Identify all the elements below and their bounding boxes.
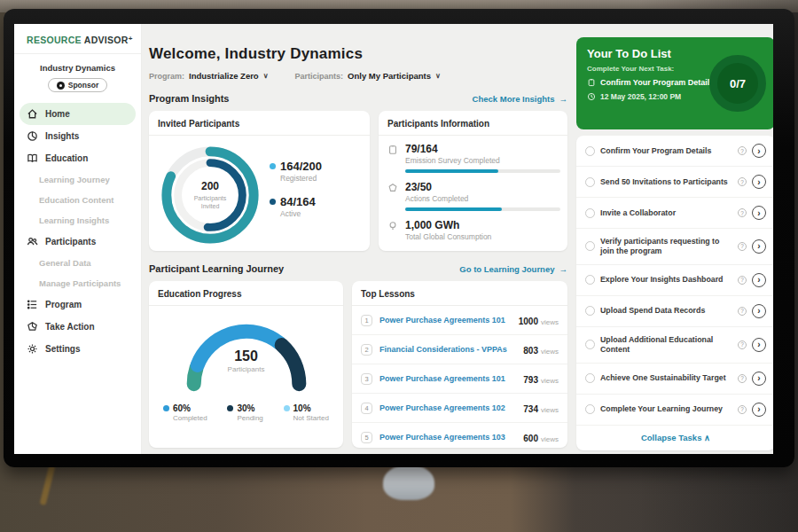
chevron-right-icon[interactable]: › — [752, 338, 766, 352]
link-label: Go to Learning Journey — [459, 264, 554, 274]
sidebar-item-label: Participants — [45, 237, 96, 246]
task-row: Upload Additional Educational Content ? … — [576, 327, 773, 364]
question-icon[interactable]: ? — [738, 307, 747, 316]
sidebar-item-education-content[interactable]: Education Content — [14, 190, 141, 210]
question-icon[interactable]: ? — [738, 276, 747, 285]
sponsor-badge[interactable]: Sponsor — [48, 78, 107, 92]
sidebar-item-home[interactable]: Home — [20, 103, 136, 125]
legend-label: Registered — [280, 174, 322, 183]
section-title-learning-journey: Participant Learning Journey — [149, 263, 284, 274]
task-checkbox[interactable] — [585, 241, 595, 251]
sidebar-item-education[interactable]: Education — [14, 147, 141, 169]
invited-donut-chart: 200 Participants Invited — [158, 143, 262, 247]
todo-column: Your To Do List Complete Your Next Task:… — [576, 24, 773, 454]
gauge-center-value: 150 — [180, 348, 313, 364]
lesson-link[interactable]: Power Purchase Agreements 103 — [379, 433, 516, 442]
sidebar-item-program[interactable]: Program — [14, 293, 141, 316]
sidebar-item-label: Home — [45, 109, 70, 119]
question-icon[interactable]: ? — [738, 208, 747, 217]
stat-value: 79/164 — [405, 143, 560, 155]
lightbulb-icon — [387, 221, 398, 231]
legend-dot — [270, 163, 276, 169]
task-checkbox[interactable] — [585, 404, 595, 414]
lesson-views: 1000 — [519, 317, 538, 326]
chevron-right-icon[interactable]: › — [752, 372, 766, 386]
stat-value: 1,000 GWh — [405, 219, 559, 231]
legend-value: 30% — [237, 403, 254, 413]
sidebar-item-manage-participants[interactable]: Manage Participants — [14, 273, 141, 293]
legend-not-started: 10% Not Started — [284, 403, 329, 422]
sidebar-item-learning-insights[interactable]: Learning Insights — [14, 210, 141, 231]
sidebar-item-general-data[interactable]: General Data — [14, 253, 141, 273]
insights-icon — [27, 130, 38, 142]
brand-plus: + — [129, 35, 133, 43]
legend-value: 164/200 — [280, 160, 322, 173]
task-checkbox[interactable] — [585, 208, 595, 218]
sidebar-item-take-action[interactable]: Take Action — [14, 316, 141, 338]
brand-advisor: ADVISOR — [84, 35, 129, 45]
program-icon — [27, 299, 38, 310]
chevron-right-icon[interactable]: › — [752, 273, 766, 287]
sidebar-item-label: Insights — [45, 131, 79, 141]
sidebar-item-learning-journey[interactable]: Learning Journey — [14, 169, 141, 190]
brand-logo[interactable]: RESOURCE ADVISOR+ — [14, 24, 141, 54]
legend-active: 84/164 Active — [270, 195, 322, 218]
task-checkbox[interactable] — [585, 146, 595, 156]
go-to-learning-journey-link[interactable]: Go to Learning Journey → — [459, 264, 567, 274]
legend-value: 10% — [293, 403, 311, 413]
task-checkbox[interactable] — [585, 275, 595, 285]
check-more-insights-link[interactable]: Check More Insights → — [473, 94, 567, 104]
question-icon[interactable]: ? — [738, 242, 747, 251]
donut-center-label: Participants Invited — [185, 194, 235, 210]
task-checkbox[interactable] — [585, 373, 595, 383]
lesson-link[interactable]: Power Purchase Agreements 102 — [379, 403, 516, 412]
clipboard-icon — [587, 78, 596, 87]
question-icon[interactable]: ? — [738, 146, 747, 155]
take-action-icon — [27, 321, 38, 332]
task-label: Complete Your Learning Journey — [600, 404, 732, 414]
lesson-row: 2 Financial Considerations - VPPAs 803vi… — [352, 335, 567, 364]
chevron-right-icon[interactable]: › — [752, 175, 766, 189]
chevron-right-icon[interactable]: › — [752, 206, 766, 220]
card-title: Participants Information — [379, 111, 567, 136]
lesson-link[interactable]: Power Purchase Agreements 101 — [379, 316, 512, 325]
clock-icon — [587, 92, 596, 101]
lesson-views: 803 — [523, 346, 538, 356]
participants-filter-value[interactable]: Only My Participants — [348, 71, 431, 81]
question-icon[interactable]: ? — [738, 340, 747, 349]
stat-value: 23/50 — [405, 181, 560, 193]
settings-icon — [27, 343, 38, 355]
lesson-row: 5 Power Purchase Agreements 103 600views — [352, 423, 567, 448]
chevron-down-icon[interactable]: ∨ — [263, 72, 269, 80]
chevron-down-icon[interactable]: ∨ — [435, 72, 441, 80]
lesson-rank: 1 — [361, 315, 372, 326]
task-checkbox[interactable] — [585, 177, 595, 187]
lesson-rank: 4 — [361, 403, 372, 414]
task-label: Upload Spend Data Records — [600, 306, 732, 316]
legend-label: Pending — [237, 414, 262, 422]
lesson-link[interactable]: Power Purchase Agreements 101 — [379, 374, 516, 383]
lesson-link[interactable]: Financial Considerations - VPPAs — [379, 345, 516, 354]
lesson-rank: 2 — [361, 344, 372, 356]
program-filter-value[interactable]: Industrialize Zero — [189, 71, 259, 81]
sidebar-item-participants[interactable]: Participants — [14, 231, 141, 253]
lesson-row: 4 Power Purchase Agreements 102 734views — [352, 394, 567, 423]
question-icon[interactable]: ? — [738, 177, 747, 186]
chevron-right-icon[interactable]: › — [752, 403, 766, 417]
task-checkbox[interactable] — [585, 306, 595, 316]
question-icon[interactable]: ? — [738, 374, 747, 383]
todo-tasks-card: Confirm Your Program Details ? › Send 50… — [576, 136, 773, 450]
participants-information-card: Participants Information 79/164 Emission… — [379, 111, 567, 251]
sponsor-icon — [57, 82, 65, 90]
chevron-right-icon[interactable]: › — [752, 304, 766, 318]
chevron-right-icon[interactable]: › — [752, 144, 766, 158]
sidebar-item-settings[interactable]: Settings — [14, 338, 141, 360]
collapse-tasks-link[interactable]: Collapse Tasks ∧ — [576, 426, 773, 450]
question-icon[interactable]: ? — [738, 405, 747, 414]
task-label: Verify participants requesting to join t… — [600, 237, 732, 256]
chevron-right-icon[interactable]: › — [752, 239, 766, 254]
sidebar-item-insights[interactable]: Insights — [14, 125, 141, 147]
task-checkbox[interactable] — [585, 340, 595, 349]
task-row: Invite a Collaborator ? › — [576, 198, 773, 229]
task-row: Explore Your Insights Dashboard ? › — [576, 265, 773, 296]
